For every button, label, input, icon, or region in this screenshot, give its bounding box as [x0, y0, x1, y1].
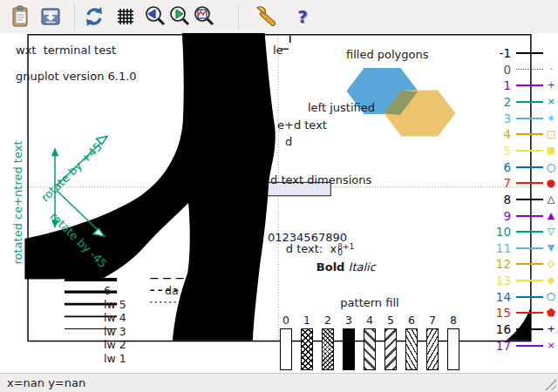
hexagon-overlap-fill	[384, 91, 417, 115]
pattern-bar-number: 4	[359, 314, 380, 327]
font-samples: Bold Italic	[295, 247, 376, 287]
statusbar: x=nan y=nan	[0, 373, 558, 392]
linewidth-label: lw 5	[104, 298, 126, 311]
linetype-point-symbol: □	[543, 130, 558, 139]
linetype-line-sample	[516, 199, 543, 200]
right-justified-fragment: d	[285, 135, 292, 148]
linetype-number: 1	[480, 78, 511, 92]
linetype-point-symbol: ×	[543, 98, 558, 106]
pattern-bar-number: 6	[401, 314, 422, 327]
linetype-point-symbol: +	[543, 325, 558, 334]
linetype-number: 6	[480, 160, 511, 174]
linetype-point-symbol: +	[543, 81, 558, 90]
linetype-line-sample	[516, 280, 543, 281]
pattern-bar	[405, 328, 418, 370]
dashtype-label-fragment: da	[165, 284, 179, 297]
gnuplot-wxt-window: ?	[0, 0, 558, 392]
linetype-number: 10	[480, 225, 511, 239]
pattern-bar-number: 0	[276, 314, 296, 327]
centred-text-fragment: e+d text	[277, 118, 327, 132]
grid-button[interactable]	[114, 5, 137, 28]
yellow-hexagon	[384, 91, 455, 137]
linetype-number: 11	[480, 241, 511, 255]
linetype-line-sample	[516, 133, 543, 135]
export-plot-button[interactable]	[39, 5, 62, 28]
linetype-line-sample	[516, 231, 543, 233]
help-button[interactable]: ?	[291, 5, 314, 28]
linetype-point-symbol: ⬟	[543, 308, 558, 317]
pattern-fill-label: pattern fill	[326, 296, 413, 309]
wrench-icon	[255, 5, 277, 28]
linetype-line-sample	[516, 247, 543, 249]
zoom-autoscale-button[interactable]	[193, 5, 215, 28]
linetype-point-symbol: ·	[543, 65, 558, 74]
bold-sample: Bold	[316, 260, 345, 274]
linetype-number: 3	[480, 112, 511, 125]
pattern-bar-number: 5	[380, 314, 401, 327]
linetype-number: 13	[480, 274, 511, 287]
pattern-bar-number: 1	[296, 314, 317, 327]
linetype-point-symbol: ◇	[543, 260, 558, 268]
linetype-line-sample	[516, 215, 543, 217]
pattern-bar	[280, 328, 292, 370]
linewidth-label: 6	[104, 284, 111, 297]
cursor-position-readout: x=nan y=nan	[7, 376, 85, 389]
export-icon	[39, 5, 62, 28]
linetype-point-symbol: ●	[543, 179, 558, 187]
linetype-line-sample	[516, 69, 543, 70]
linetype-number: 15	[480, 306, 511, 320]
linetype-point-symbol: ⬠	[543, 293, 558, 301]
pattern-bar	[343, 328, 355, 370]
linetype-number: 12	[480, 257, 511, 271]
linetype-line-sample	[516, 101, 543, 103]
linetype-point-symbol: ■	[543, 146, 558, 155]
linetype-number: 2	[480, 95, 511, 109]
zoom-next-button[interactable]	[168, 5, 191, 28]
dashtype-samples	[150, 279, 208, 302]
ticscale-label-fragment: le	[273, 44, 283, 57]
linetype-number: 4	[480, 127, 511, 141]
toolbar: ?	[0, 0, 558, 33]
terminal-title: wxt terminal test	[16, 44, 116, 57]
pattern-bar	[447, 328, 459, 370]
linetype-number: 0	[480, 63, 511, 77]
linetype-point-symbol: △	[543, 195, 558, 204]
zoom-previous-button[interactable]	[144, 5, 167, 28]
linetype-number: 17	[480, 339, 511, 353]
linetype-number: 8	[480, 193, 511, 206]
italic-sample: Italic	[349, 260, 376, 274]
pattern-bar-number: 2	[317, 314, 338, 327]
refresh-button[interactable]	[83, 5, 105, 28]
toolbar-separator	[74, 3, 75, 30]
linetype-point-symbol: ∗	[543, 114, 558, 123]
pattern-bar-number: 7	[422, 314, 443, 327]
pattern-bar	[384, 328, 397, 370]
linewidth-label: lw 3	[104, 325, 126, 338]
linetype-point-symbol: ▲	[543, 212, 558, 220]
settings-button[interactable]	[255, 5, 277, 28]
pattern-bar	[364, 328, 376, 370]
linetype-line-sample	[516, 166, 543, 168]
copy-clipboard-button[interactable]	[9, 5, 31, 28]
rotate-minus45-label: rotate by -45	[43, 205, 114, 274]
zoom-next-icon	[168, 5, 191, 28]
resize-grip[interactable]	[543, 377, 556, 390]
zoom-autoscale-icon	[193, 5, 215, 28]
linetype-line-sample	[516, 150, 543, 152]
rotated-centred-text: rotated ce+ntred text	[11, 138, 24, 268]
linetype-point-symbol: ▽	[543, 227, 558, 236]
help-icon: ?	[291, 5, 314, 28]
linewidth-label: lw 4	[104, 311, 126, 324]
pattern-bar	[426, 328, 439, 370]
pattern-bar-number: 8	[443, 314, 464, 327]
linetype-line-sample	[516, 312, 543, 314]
pattern-bar	[322, 328, 334, 370]
linetype-number: 14	[480, 290, 511, 304]
linetype-number: 16	[480, 322, 511, 336]
linetype-number: 7	[480, 176, 511, 190]
linetype-point-symbol: ×	[543, 341, 558, 350]
linetype-line-sample	[516, 118, 543, 119]
linetype-number: -1	[480, 46, 511, 60]
plot-canvas[interactable]: wxt terminal test gnuplot version 6.1.0 …	[0, 33, 558, 373]
linetype-line-sample	[516, 52, 543, 54]
